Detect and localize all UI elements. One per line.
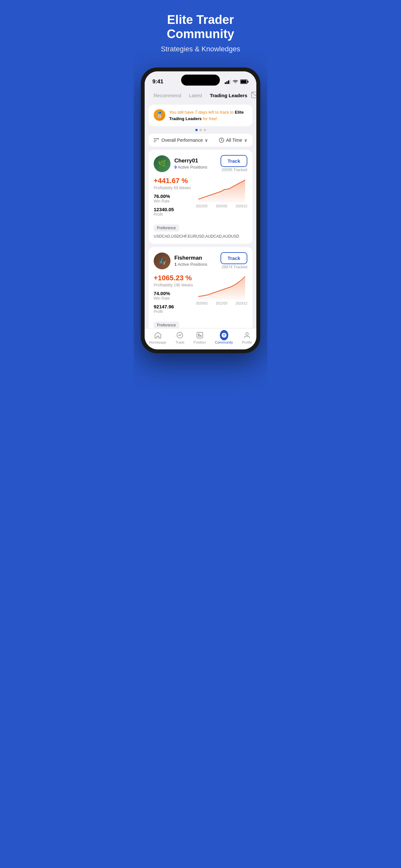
trader-stats-cherry01: +441.67 % Profitability 89 Weeks 76.00% … <box>154 177 196 220</box>
mail-button[interactable] <box>251 92 256 99</box>
trader-body-cherry01: +441.67 % Profitability 89 Weeks 76.00% … <box>154 177 247 220</box>
signal-icon <box>225 80 230 84</box>
nav-homepage[interactable]: Homepage <box>149 331 166 344</box>
active-label-cherry01: Active Positions <box>178 165 207 169</box>
trade-icon <box>176 331 184 339</box>
profitability-label-fisherman: Profitability 196 Weeks <box>154 283 196 287</box>
profitability-cherry01: +441.67 % <box>154 177 196 185</box>
profitability-fisherman: +1065.23 % <box>154 274 196 282</box>
filter-time[interactable]: All Time ∨ <box>219 137 247 143</box>
hero-title: Elite Trader Community <box>143 13 258 41</box>
trader-info-fisherman: Fisherman 1 Active Positions <box>174 255 217 267</box>
svg-rect-1 <box>226 82 227 84</box>
nav-homepage-label: Homepage <box>149 340 166 344</box>
svg-rect-5 <box>241 81 247 83</box>
chart-label-f1: 2022/03 <box>216 302 227 305</box>
nav-profile[interactable]: Profile <box>242 331 252 344</box>
nav-community-label: Community <box>215 340 233 344</box>
tab-trading-leaders[interactable]: Trading Leaders <box>206 91 251 99</box>
banner-text-start: You still have 7 days left to track to <box>169 110 235 115</box>
preference-badge-cherry01: Preference <box>154 224 179 231</box>
svg-rect-15 <box>197 332 203 338</box>
tracked-count-fisherman: 28874 Tracked <box>222 265 247 269</box>
banner-dots <box>145 129 256 131</box>
svg-text:T: T <box>223 333 225 337</box>
position-icon <box>196 331 204 339</box>
trader-name-fisherman: Fisherman <box>174 255 217 261</box>
trader-info-cherry01: Cherry01 9 Active Positions <box>174 158 217 169</box>
profit-cherry01: 12340.05 <box>154 207 196 212</box>
dot-2 <box>204 129 206 131</box>
trader-stats-fisherman: +1065.23 % Profitability 196 Weeks 74.00… <box>154 274 196 317</box>
chart-label-1: 2023/02 <box>216 205 227 208</box>
status-bar: 9:41 <box>145 71 256 88</box>
filter-row[interactable]: Overall Performance ∨ All Time ∨ <box>149 134 252 147</box>
filter-sort[interactable]: Overall Performance ∨ <box>154 137 208 143</box>
track-button-fisherman[interactable]: Track <box>220 252 247 264</box>
avatar-cherry01: 🌿 <box>154 155 171 172</box>
win-rate-label-fisherman: Win Rate <box>154 296 196 301</box>
chart-label-0: 2022/03 <box>196 205 208 208</box>
home-icon <box>154 331 162 339</box>
banner-text: You still have 7 days left to track to E… <box>169 109 247 122</box>
nav-trade-label: Trade <box>175 340 184 344</box>
profit-fisherman: 92147.96 <box>154 304 196 309</box>
trader-card-cherry01: 🌿 Cherry01 9 Active Positions Track 2059… <box>149 150 252 244</box>
trader-positions-fisherman: 1 Active Positions <box>174 262 217 267</box>
profit-label-fisherman: Profit <box>154 309 196 314</box>
preference-values-cherry01: USDCAD,USDCHF,EURUSD,AUDCAD,AUDUSD <box>154 234 239 239</box>
trader-track-col-fisherman: Track 28874 Tracked <box>220 252 247 269</box>
banner-text-end: for free! <box>202 116 217 121</box>
nav-position[interactable]: Position <box>193 331 206 344</box>
active-count-cherry01: 9 <box>174 165 177 169</box>
nav-community[interactable]: T Community <box>215 331 233 344</box>
preference-row-fisherman: Preference AUDCAD,GBPCAD,GBPAUD,EURGBP,N… <box>154 321 247 328</box>
banner-icon: 🥈 <box>154 109 165 121</box>
tab-latest[interactable]: Latest <box>185 91 206 99</box>
wifi-icon <box>233 80 238 84</box>
phone-frame: 9:41 <box>141 67 260 353</box>
phone-inner: 9:41 <box>145 71 256 349</box>
trader-name-cherry01: Cherry01 <box>174 158 217 164</box>
nav-position-label: Position <box>193 340 206 344</box>
profile-icon <box>243 331 251 339</box>
trader-positions-cherry01: 9 Active Positions <box>174 165 217 169</box>
tracked-count-cherry01: 20595 Tracked <box>222 167 247 172</box>
nav-profile-label: Profile <box>242 340 252 344</box>
trader-body-fisherman: +1065.23 % Profitability 196 Weeks 74.00… <box>154 274 247 317</box>
profitability-label-cherry01: Profitability 89 Weeks <box>154 186 196 190</box>
tab-recommend[interactable]: Recommend <box>150 91 185 99</box>
dot-active <box>195 129 197 131</box>
mail-icon <box>251 92 256 98</box>
chart-label-2: 2023/12 <box>236 205 247 208</box>
bottom-nav: Homepage Trade <box>145 328 256 349</box>
chart-label-f2: 2023/12 <box>236 302 247 305</box>
clock-icon <box>219 137 224 143</box>
svg-point-19 <box>246 333 248 335</box>
svg-rect-16 <box>198 334 199 337</box>
sort-chevron: ∨ <box>205 137 208 143</box>
hero-section: Elite Trader Community Strategies & Know… <box>134 0 267 67</box>
trader-header-fisherman: 🎣 Fisherman 1 Active Positions Track 288… <box>154 252 247 269</box>
chart-fisherman: 2020/03 2022/03 2023/12 <box>196 274 248 306</box>
active-count-fisherman: 1 <box>174 262 177 267</box>
svg-rect-2 <box>228 81 229 84</box>
status-time: 9:41 <box>152 79 163 85</box>
scroll-area[interactable]: 🥈 You still have 7 days left to track to… <box>145 102 256 328</box>
svg-rect-6 <box>248 81 249 83</box>
status-icons <box>225 80 249 84</box>
chart-labels-cherry01: 2022/03 2023/02 2023/12 <box>196 205 248 208</box>
win-rate-fisherman: 74.00% <box>154 290 196 296</box>
dot-1 <box>199 129 202 131</box>
track-button-cherry01[interactable]: Track <box>220 155 247 167</box>
chart-label-f0: 2020/03 <box>196 302 208 305</box>
dynamic-island <box>181 74 220 86</box>
sort-icon <box>154 138 159 143</box>
sort-label: Overall Performance <box>161 137 203 143</box>
nav-trade[interactable]: Trade <box>175 331 184 344</box>
svg-rect-3 <box>229 80 230 84</box>
phone-wrapper: 9:41 <box>134 67 267 353</box>
community-icon: T <box>220 331 228 339</box>
profit-label-cherry01: Profit <box>154 212 196 217</box>
battery-icon <box>240 80 249 84</box>
